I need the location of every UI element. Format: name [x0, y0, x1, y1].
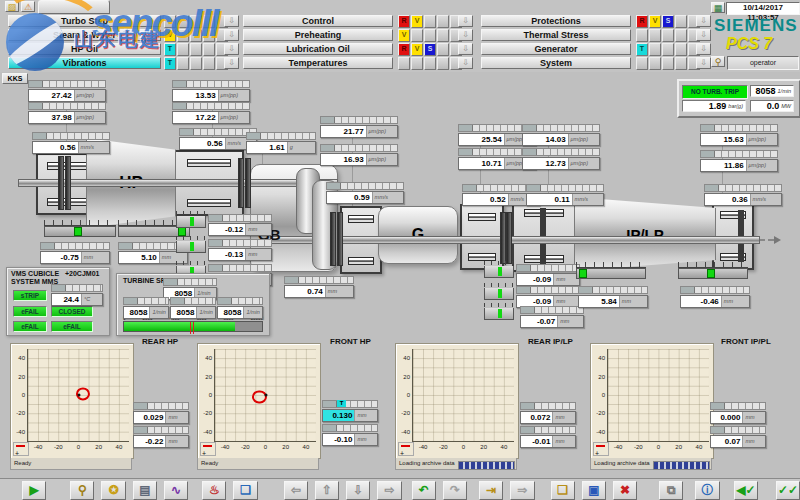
alarm-badge-empty	[177, 43, 189, 56]
save-button[interactable]: ▣	[582, 481, 606, 500]
nav-lubrication-oil-arrow-icon[interactable]: ⇩	[458, 43, 473, 55]
acknowledge-all-button[interactable]: ✓✓	[776, 481, 800, 500]
efail-button-3[interactable]: eFAIL	[51, 321, 93, 332]
horn-acknowledge-button[interactable]: ◀✓	[734, 481, 758, 500]
alarm-badge-empty	[411, 57, 423, 70]
kks-button[interactable]: KKS	[2, 73, 28, 84]
no-trip-indicator: NO TURB. TRIP	[682, 85, 748, 99]
x-axis-tick: 20	[95, 444, 102, 450]
meas-iplp-end-shaft-y: 11.86μm(pp)	[700, 150, 778, 172]
alarm-warning-icon[interactable]: ⚠	[21, 1, 35, 12]
redo-button[interactable]: ↷	[443, 481, 467, 500]
nav-control-arrow-icon[interactable]: ⇩	[458, 15, 473, 27]
power-unit: MW	[781, 103, 791, 109]
nav-steam-water-arrow-icon[interactable]: ⇩	[224, 29, 239, 41]
nav-system-arrow-icon[interactable]: ⇩	[696, 57, 711, 69]
alarm-badge-V: V	[164, 29, 176, 42]
print-report-button[interactable]: ▤	[133, 481, 157, 500]
meas-iplp-end-shaft-x: 15.63μm(pp)	[700, 124, 778, 146]
alarm-badge-empty	[662, 57, 674, 70]
nav-down-button[interactable]: ⇩	[346, 481, 370, 500]
alarm-badge-R: R	[636, 15, 648, 28]
nav-protections[interactable]: Protections	[481, 15, 631, 27]
header: ▨ ⚠ Turbo Step ⇩ Control RV ⇩ Protection…	[0, 0, 800, 72]
plot-legend-icon[interactable]: +	[593, 442, 609, 456]
operator-key-icon[interactable]: ⚲	[711, 56, 725, 67]
x-axis-tick: 40	[303, 444, 310, 450]
nav-generator-arrow-icon[interactable]: ⇩	[696, 43, 711, 55]
nav-turbo-step[interactable]: Turbo Step	[8, 15, 161, 27]
nav-thermal-stress[interactable]: Thermal Stress	[481, 29, 631, 41]
trend-curves-icon: ∿	[171, 484, 181, 496]
efail-button-1[interactable]: eFAIL	[13, 306, 47, 317]
nav-hp-oil-arrow-icon[interactable]: ⇩	[224, 43, 239, 55]
badges-lubrication-oil: RVS	[398, 43, 462, 55]
unit-status-panel: NO TURB. TRIP 80581/min 1.89bar(g) 0.0MW	[677, 79, 800, 118]
monitor-status-icon[interactable]: ▦	[711, 2, 725, 13]
plot-panel-rear-hp: REAR HP 40200-20-40-40-2002040 + Ready 0…	[10, 336, 202, 474]
nav-steam-water[interactable]: Steam & Water	[8, 29, 161, 41]
bottom-toolbar: ▶⚲✪▤∿♨❏⇦⇧⇩⇨↶↷⇥⇒❏▣✖⧉ⓘ◀✓✓✓	[0, 478, 800, 500]
screen-in-button[interactable]: ⇥	[479, 481, 503, 500]
alarm-badge-T: T	[164, 57, 176, 70]
nav-preheating[interactable]: Preheating	[243, 29, 393, 41]
plot-legend-icon[interactable]: +	[398, 442, 414, 456]
badges-protections: RVS	[636, 15, 700, 27]
archive-button[interactable]: ❏	[233, 481, 257, 500]
pages-icon[interactable]: ▨	[5, 1, 19, 12]
plot-legend-icon[interactable]: +	[13, 442, 29, 456]
info-button[interactable]: ⓘ	[695, 481, 719, 500]
nav-thermal-stress-arrow-icon[interactable]: ⇩	[696, 29, 711, 41]
plot-legend-icon[interactable]: +	[200, 442, 216, 456]
meas-iplp-end-brg-vel: 0.36mm/s	[704, 184, 782, 206]
alarm-badge-empty	[398, 57, 410, 70]
x-axis-tick: 20	[282, 444, 289, 450]
badges-vibrations: T	[164, 57, 228, 69]
alarm-badge-S: S	[424, 43, 436, 56]
nav-generator[interactable]: Generator	[481, 43, 631, 55]
monitor-settings-button[interactable]: ⧉	[659, 481, 683, 500]
undo-button[interactable]: ↶	[412, 481, 436, 500]
screen-forward-button[interactable]: ⇒	[510, 481, 534, 500]
nav-control[interactable]: Control	[243, 15, 393, 27]
y-axis-tick: 0	[407, 392, 410, 398]
nav-left-button[interactable]: ⇦	[284, 481, 308, 500]
plot-panel-rear-iplp: REAR IP/LP 40200-20-40-40-2002040 + Load…	[395, 336, 587, 474]
screen-in-icon: ⇥	[486, 484, 496, 496]
nav-turbo-step-arrow-icon[interactable]: ⇩	[224, 15, 239, 27]
nav-lubrication-oil[interactable]: Lubrication Oil	[243, 43, 393, 55]
new-screen-button[interactable]: ✪	[101, 481, 125, 500]
start-button[interactable]: ▶	[22, 481, 46, 500]
nav-temperatures[interactable]: Temperatures	[243, 57, 393, 69]
alarm-badge-empty	[190, 15, 202, 28]
nav-vibrations-arrow-icon[interactable]: ⇩	[224, 57, 239, 69]
y-axis-tick: 20	[598, 374, 605, 380]
nav-protections-arrow-icon[interactable]: ⇩	[696, 15, 711, 27]
alarm-badge-empty	[649, 29, 661, 42]
print-report-icon: ▤	[139, 484, 150, 496]
meas-axial-hp-2: -0.13mm	[208, 239, 272, 261]
siemens-logo: SIEMENS	[714, 16, 798, 36]
strip-button[interactable]: sTRIP	[13, 290, 47, 301]
nav-system[interactable]: System	[481, 57, 631, 69]
nav-hp-oil[interactable]: HP Oil	[8, 43, 161, 55]
nav-temperatures-arrow-icon[interactable]: ⇩	[458, 57, 473, 69]
plot-status-text: Loading archive data	[594, 460, 650, 466]
closed-button[interactable]: CLOSED	[51, 306, 93, 317]
trend-curves-button[interactable]: ∿	[164, 481, 188, 500]
key-login-button[interactable]: ⚲	[70, 481, 94, 500]
open-screen-button[interactable]: ❏	[551, 481, 575, 500]
gauge-expansion-hp-front	[44, 220, 116, 237]
operator-field[interactable]: operator	[727, 56, 799, 70]
delete-button[interactable]: ✖	[613, 481, 637, 500]
meas-expansion-iplp-left: 5.84mm	[578, 286, 648, 308]
meas-axial-iplp-3: -0.07mm	[520, 306, 584, 328]
efail-button-2[interactable]: eFAIL	[13, 321, 47, 332]
thermometer-button[interactable]: ♨	[202, 481, 226, 500]
nav-up-button[interactable]: ⇧	[315, 481, 339, 500]
plot-grid: 40200-20-40-40-2002040	[412, 349, 514, 442]
nav-vibrations[interactable]: Vibrations	[8, 57, 161, 69]
meas-thrust-shaft-y: 12.73μm(pp)	[522, 148, 600, 170]
nav-preheating-arrow-icon[interactable]: ⇩	[458, 29, 473, 41]
nav-right-button[interactable]: ⇨	[377, 481, 401, 500]
